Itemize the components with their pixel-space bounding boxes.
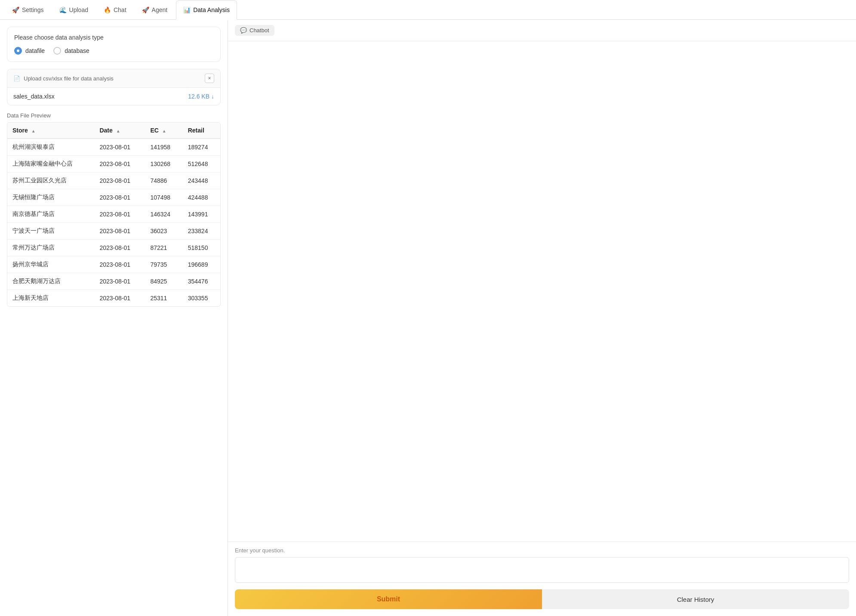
cell-retail-6: 518150 xyxy=(183,240,220,256)
tab-agent[interactable]: 🚀 Agent xyxy=(135,0,175,20)
table-row: 苏州工业园区久光店2023-08-0174886243448 xyxy=(7,172,220,189)
data-preview-section: Data File Preview Store ▲ Date ▲ xyxy=(7,112,221,307)
top-navigation: 🚀 Settings 🌊 Upload 🔥 Chat 🚀 Agent 📊 Dat… xyxy=(0,0,856,20)
chatbot-tag: 💬 Chatbot xyxy=(235,25,274,36)
cell-retail-3: 424488 xyxy=(183,189,220,206)
cell-date-9: 2023-08-01 xyxy=(94,290,145,307)
upload-card: 📄 Upload csv/xlsx file for data analysis… xyxy=(7,69,221,105)
cell-store-7: 扬州京华城店 xyxy=(7,256,94,273)
file-icon: 📄 xyxy=(13,75,20,82)
table-body: 杭州湖滨银泰店2023-08-01141958189274上海陆家嘴金融中心店2… xyxy=(7,139,220,306)
chat-icon: 🔥 xyxy=(104,6,111,13)
cell-ec-7: 79735 xyxy=(145,256,182,273)
col-header-retail[interactable]: Retail xyxy=(183,123,220,139)
cell-ec-5: 36023 xyxy=(145,223,182,240)
analysis-type-card: Please choose data analysis type datafil… xyxy=(7,27,221,62)
cell-store-0: 杭州湖滨银泰店 xyxy=(7,139,94,156)
chatbot-header: 💬 Chatbot xyxy=(228,20,856,41)
cell-date-7: 2023-08-01 xyxy=(94,256,145,273)
radio-circle-database xyxy=(53,47,61,55)
cell-date-6: 2023-08-01 xyxy=(94,240,145,256)
tab-chat[interactable]: 🔥 Chat xyxy=(97,0,133,20)
button-row: Submit Clear History xyxy=(235,589,849,616)
data-table: Store ▲ Date ▲ EC ▲ xyxy=(7,123,220,306)
agent-icon: 🚀 xyxy=(142,6,149,13)
data-analysis-icon: 📊 xyxy=(183,6,191,13)
radio-database[interactable]: database xyxy=(53,47,89,55)
cell-store-9: 上海新天地店 xyxy=(7,290,94,307)
cell-ec-2: 74886 xyxy=(145,172,182,189)
file-name: sales_data.xlsx xyxy=(13,93,55,100)
cell-date-3: 2023-08-01 xyxy=(94,189,145,206)
tab-data-analysis[interactable]: 📊 Data Analysis xyxy=(176,0,237,20)
chat-messages xyxy=(228,41,856,542)
upload-icon: 🌊 xyxy=(59,6,67,13)
table-row: 无锡恒隆广场店2023-08-01107498424488 xyxy=(7,189,220,206)
table-row: 上海新天地店2023-08-0125311303355 xyxy=(7,290,220,307)
cell-store-3: 无锡恒隆广场店 xyxy=(7,189,94,206)
table-header-row: Store ▲ Date ▲ EC ▲ xyxy=(7,123,220,139)
data-table-wrap: Store ▲ Date ▲ EC ▲ xyxy=(7,122,221,307)
cell-date-4: 2023-08-01 xyxy=(94,206,145,223)
sort-icon-ec: ▲ xyxy=(162,129,166,133)
table-row: 南京德基广场店2023-08-01146324143991 xyxy=(7,206,220,223)
analysis-type-title: Please choose data analysis type xyxy=(14,34,213,41)
table-row: 合肥天鹅湖万达店2023-08-0184925354476 xyxy=(7,273,220,290)
upload-header: 📄 Upload csv/xlsx file for data analysis… xyxy=(7,69,220,88)
table-row: 扬州京华城店2023-08-0179735196689 xyxy=(7,256,220,273)
clear-history-button[interactable]: Clear History xyxy=(542,589,849,609)
cell-ec-1: 130268 xyxy=(145,156,182,172)
col-header-store[interactable]: Store ▲ xyxy=(7,123,94,139)
left-panel: Please choose data analysis type datafil… xyxy=(0,20,228,616)
cell-retail-9: 303355 xyxy=(183,290,220,307)
cell-store-1: 上海陆家嘴金融中心店 xyxy=(7,156,94,172)
cell-date-0: 2023-08-01 xyxy=(94,139,145,156)
table-row: 常州万达广场店2023-08-0187221518150 xyxy=(7,240,220,256)
cell-retail-5: 233824 xyxy=(183,223,220,240)
cell-retail-1: 512648 xyxy=(183,156,220,172)
tab-upload[interactable]: 🌊 Upload xyxy=(52,0,95,20)
radio-circle-datafile xyxy=(14,47,22,55)
input-section: Enter your question. Submit Clear Histor… xyxy=(228,542,856,616)
cell-ec-4: 146324 xyxy=(145,206,182,223)
chatbot-label: Chatbot xyxy=(249,27,269,34)
right-panel: 💬 Chatbot Enter your question. Submit Cl… xyxy=(228,20,856,616)
chatbot-icon: 💬 xyxy=(240,27,247,34)
main-layout: Please choose data analysis type datafil… xyxy=(0,20,856,616)
col-header-date[interactable]: Date ▲ xyxy=(94,123,145,139)
cell-date-1: 2023-08-01 xyxy=(94,156,145,172)
cell-ec-8: 84925 xyxy=(145,273,182,290)
cell-ec-0: 141958 xyxy=(145,139,182,156)
file-size: 12.6 KB ↓ xyxy=(188,93,214,100)
sort-icon-date: ▲ xyxy=(116,129,120,133)
question-input[interactable] xyxy=(235,557,849,583)
radio-group: datafile database xyxy=(14,47,213,55)
cell-store-5: 宁波天一广场店 xyxy=(7,223,94,240)
cell-retail-7: 196689 xyxy=(183,256,220,273)
cell-retail-8: 354476 xyxy=(183,273,220,290)
upload-close-button[interactable]: × xyxy=(205,74,214,83)
cell-store-4: 南京德基广场店 xyxy=(7,206,94,223)
cell-ec-6: 87221 xyxy=(145,240,182,256)
cell-retail-4: 143991 xyxy=(183,206,220,223)
cell-date-2: 2023-08-01 xyxy=(94,172,145,189)
download-icon: ↓ xyxy=(211,93,214,100)
cell-store-8: 合肥天鹅湖万达店 xyxy=(7,273,94,290)
sort-icon-store: ▲ xyxy=(31,129,36,133)
table-row: 杭州湖滨银泰店2023-08-01141958189274 xyxy=(7,139,220,156)
cell-store-2: 苏州工业园区久光店 xyxy=(7,172,94,189)
cell-date-5: 2023-08-01 xyxy=(94,223,145,240)
cell-date-8: 2023-08-01 xyxy=(94,273,145,290)
submit-button[interactable]: Submit xyxy=(235,589,542,609)
table-row: 上海陆家嘴金融中心店2023-08-01130268512648 xyxy=(7,156,220,172)
radio-datafile[interactable]: datafile xyxy=(14,47,45,55)
upload-label-area: 📄 Upload csv/xlsx file for data analysis xyxy=(13,75,114,82)
cell-store-6: 常州万达广场店 xyxy=(7,240,94,256)
col-header-ec[interactable]: EC ▲ xyxy=(145,123,182,139)
file-row: sales_data.xlsx 12.6 KB ↓ xyxy=(7,88,220,105)
tab-settings[interactable]: 🚀 Settings xyxy=(5,0,51,20)
preview-label: Data File Preview xyxy=(7,112,221,119)
settings-icon: 🚀 xyxy=(12,6,19,13)
cell-retail-0: 189274 xyxy=(183,139,220,156)
input-label: Enter your question. xyxy=(235,547,849,554)
